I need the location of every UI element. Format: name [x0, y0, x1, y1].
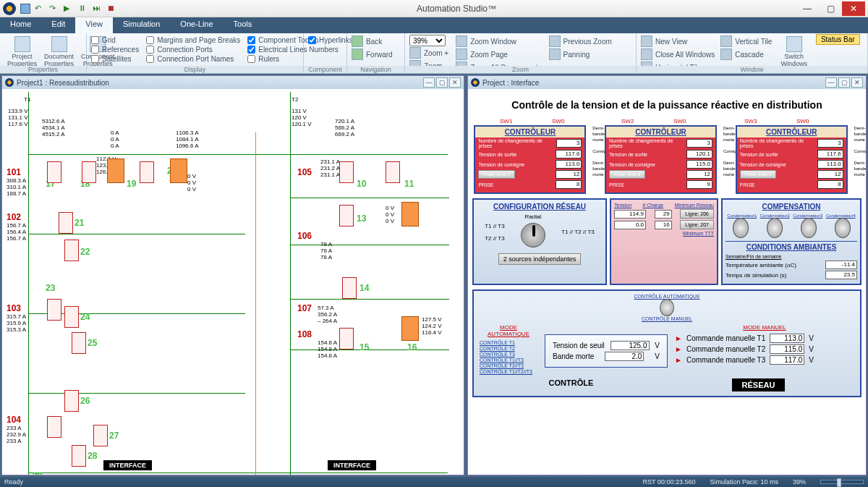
man-t3-value[interactable]: 117.0 — [770, 355, 804, 365]
mid-btn1[interactable]: Ligne: 206 — [680, 209, 714, 219]
hmi-canvas[interactable]: Contrôle de la tension et de la puissanc… — [468, 89, 866, 475]
link-t2t3[interactable]: CONTRÔLE T2//T3 — [480, 363, 537, 368]
component-block[interactable] — [47, 161, 61, 183]
component-block[interactable] — [72, 332, 86, 354]
link-t2[interactable]: CONTRÔLE T2 — [480, 346, 537, 351]
back-icon — [352, 35, 363, 47]
mid-btn2[interactable]: Ligne: 207 — [680, 220, 714, 229]
component-block[interactable] — [342, 277, 357, 299]
tab-simulation[interactable]: Simulation — [113, 17, 170, 33]
close-all-windows-button[interactable]: Close All Windows — [641, 48, 715, 61]
controller-annotations-3: Demi-bande morteConsigneDemi-bande morte — [854, 125, 860, 194]
zoom-select[interactable]: 39% — [409, 35, 446, 46]
component-orange[interactable] — [401, 316, 419, 341]
status-bar-toggle[interactable]: Status Bar — [816, 34, 860, 45]
component-block[interactable] — [339, 328, 354, 350]
zoom-window-button[interactable]: Zoom Window — [456, 35, 541, 48]
component-block[interactable] — [339, 161, 354, 183]
link-t1t3[interactable]: CONTRÔLE T1//T3 — [480, 357, 537, 363]
link-t1t2t3[interactable]: CONTRÔLE T1//T2//T3 — [480, 369, 537, 374]
references-checkbox[interactable]: References — [91, 46, 139, 54]
qat-undo-icon[interactable]: ↶ — [35, 4, 45, 14]
zoom-slider[interactable] — [820, 480, 864, 484]
comp-toggle-3[interactable] — [801, 218, 817, 238]
component-block[interactable] — [64, 306, 79, 328]
connection-ports-checkbox[interactable]: Connection Ports — [146, 46, 240, 54]
document-properties-button[interactable]: Document Properties — [41, 35, 77, 69]
mid-v1: 114.9 — [614, 210, 646, 219]
connection-port-names-checkbox[interactable]: Connection Port Names — [146, 55, 240, 63]
component-block[interactable] — [386, 161, 400, 183]
hmi-title: Contrôle de la tension et de la puissanc… — [472, 99, 861, 111]
pane1-min-button[interactable]: — — [423, 77, 435, 88]
qat-save-icon[interactable] — [20, 4, 30, 14]
tab-view[interactable]: View — [75, 17, 113, 33]
component-block[interactable] — [82, 161, 96, 183]
component-block[interactable] — [140, 161, 154, 183]
qat-redo-icon[interactable]: ↷ — [49, 4, 59, 14]
node-28: 28 — [88, 451, 97, 461]
pane1-max-button[interactable]: ▢ — [436, 77, 448, 88]
qat-play-icon[interactable]: ▶ — [64, 4, 74, 14]
seuil-value[interactable]: 125.0 — [610, 341, 650, 350]
maximize-button[interactable]: ▢ — [819, 1, 842, 16]
link-t3[interactable]: CONTRÔLE T3 — [480, 352, 537, 357]
zoom-plus-button[interactable]: Zoom + — [409, 46, 448, 59]
project-properties-button[interactable]: Project Properties — [4, 35, 40, 69]
config-knob[interactable] — [521, 223, 545, 247]
link-t1[interactable]: CONTRÔLE T1 — [480, 340, 537, 345]
forward-button[interactable]: Forward — [352, 48, 400, 61]
component-block[interactable] — [93, 425, 108, 446]
schematic-canvas[interactable]: T1 133.9 V131.1 V117.6 V 5312.6 A4534.1 … — [2, 89, 464, 475]
pane2-max-button[interactable]: ▢ — [838, 77, 850, 88]
man-t2-value[interactable]: 115.0 — [770, 344, 804, 354]
comp-toggle-1[interactable] — [733, 218, 749, 238]
minimize-button[interactable]: — — [796, 1, 819, 16]
c1-pulse-button[interactable]: Pulse: prise 1 — [478, 170, 514, 179]
back-button[interactable]: Back — [352, 35, 400, 48]
component-block[interactable] — [59, 212, 73, 234]
component-block[interactable] — [64, 390, 79, 412]
qat-stop-icon[interactable]: ⏹ — [107, 4, 117, 14]
component-block[interactable] — [47, 416, 61, 438]
component-orange[interactable] — [401, 202, 419, 226]
panning-button[interactable]: Panning — [549, 48, 612, 61]
component-block[interactable] — [339, 205, 354, 226]
controle-button[interactable]: CONTRÔLE — [549, 378, 594, 391]
previous-zoom-button[interactable]: Previous Zoom — [549, 35, 612, 48]
two-sources-button[interactable]: 2 sources indépendantes — [498, 253, 582, 265]
man-t1-value[interactable]: 113.0 — [770, 334, 804, 343]
component-block[interactable] — [47, 299, 61, 321]
auto-manual-toggle[interactable] — [660, 299, 674, 316]
comp-toggle-2[interactable] — [767, 218, 783, 238]
tab-home[interactable]: Home — [0, 17, 41, 33]
component-block[interactable] — [72, 445, 86, 467]
tab-tools[interactable]: Tools — [224, 17, 263, 33]
c3-pulse-button[interactable]: Pulse: prise 3 — [740, 170, 776, 179]
satellites-checkbox[interactable]: Satellites — [91, 55, 139, 63]
bande-value[interactable]: 2.0 — [605, 352, 644, 361]
reseau-button[interactable]: RÉSEAU — [732, 378, 786, 391]
component-block[interactable] — [64, 240, 79, 261]
pane2-min-button[interactable]: — — [825, 77, 837, 88]
vertical-tile-button[interactable]: Vertical Tile — [720, 35, 772, 48]
component-orange[interactable] — [170, 158, 187, 183]
c2-pulse-button[interactable]: Pulse: prise 2 — [609, 170, 645, 179]
group-title-component: Component — [304, 66, 346, 73]
qat-step-icon[interactable]: ⏭ — [93, 4, 103, 14]
margins-checkbox[interactable]: Margins and Page Breaks — [146, 36, 240, 44]
qat-pause-icon[interactable]: ⏸ — [78, 4, 88, 14]
component-orange[interactable] — [107, 158, 124, 183]
grid-checkbox[interactable]: Grid — [91, 36, 139, 44]
cascade-button[interactable]: Cascade — [720, 48, 772, 61]
node-102: 102 — [7, 212, 21, 222]
new-view-button[interactable]: New View — [641, 35, 715, 48]
close-button[interactable]: ✕ — [842, 1, 865, 16]
comp-toggle-4[interactable] — [835, 218, 851, 238]
hyperlinks-checkbox[interactable]: Hyperlinks — [308, 36, 342, 44]
tab-oneline[interactable]: One-Line — [170, 17, 223, 33]
pane1-close-button[interactable]: ✕ — [449, 77, 461, 88]
tab-edit[interactable]: Edit — [41, 17, 75, 33]
zoom-page-button[interactable]: Zoom Page — [456, 48, 541, 61]
pane2-close-button[interactable]: ✕ — [851, 77, 863, 88]
